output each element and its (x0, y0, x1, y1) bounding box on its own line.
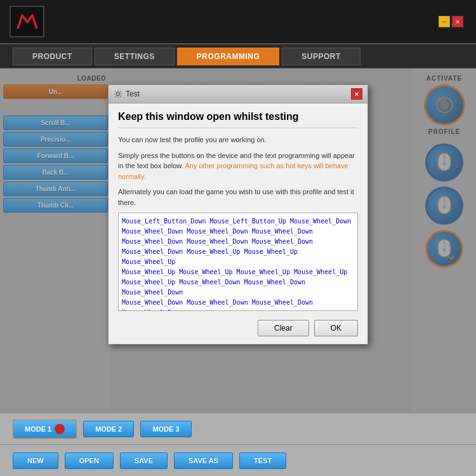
minimize-button[interactable]: − (439, 16, 450, 27)
top-bar: − × (0, 0, 476, 44)
save-button[interactable]: SAVE (120, 453, 168, 469)
open-button[interactable]: OPEN (65, 453, 114, 469)
dialog-title: Test (126, 89, 140, 98)
tab-product[interactable]: PRODUCT (13, 48, 92, 65)
mode-bar: MODE 1 MODE 2 MODE 3 (0, 413, 476, 444)
mode-1-button[interactable]: MODE 1 (13, 420, 77, 439)
test-dialog: Test × Keep this window open whilst test… (108, 84, 368, 345)
tab-support[interactable]: SUPPORT (282, 48, 360, 65)
mode-1-label: MODE 1 (25, 425, 51, 433)
dialog-buttons: Clear OK (118, 320, 358, 336)
mode-2-label: MODE 2 (95, 425, 122, 433)
save-as-button[interactable]: SAVE AS (174, 453, 233, 469)
ok-button[interactable]: OK (314, 320, 358, 336)
dialog-text-3: Alternately you can load the game you wi… (118, 187, 358, 208)
dialog-text-highlight: Any other programming such as hot keys w… (118, 162, 348, 180)
mode-3-button[interactable]: MODE 3 (140, 421, 191, 437)
nav-bar: PRODUCT SETTINGS PROGRAMMING SUPPORT (0, 44, 476, 69)
app-logo (10, 6, 44, 37)
close-button[interactable]: × (452, 16, 463, 27)
dialog-title-left: Test (114, 89, 140, 98)
dialog-main-title: Keep this window open whilst testing (118, 111, 358, 128)
dialog-titlebar: Test × (109, 85, 367, 103)
dialog-text-2: Simply press the buttons on the device a… (118, 150, 358, 182)
tab-settings[interactable]: SETTINGS (95, 48, 175, 65)
dialog-body: Keep this window open whilst testing You… (109, 103, 367, 344)
mode-2-button[interactable]: MODE 2 (83, 421, 134, 437)
action-bar: NEW OPEN SAVE SAVE AS TEST (0, 444, 476, 476)
clear-button[interactable]: Clear (258, 320, 309, 336)
test-output-textarea[interactable]: Mouse_Left_Button_Down Mouse_Left_Button… (118, 213, 358, 311)
new-button[interactable]: NEW (13, 453, 58, 469)
main-area: LOADED Un... Scroll B... Precisio... For… (0, 69, 476, 413)
test-button[interactable]: TEST (239, 453, 286, 469)
mode-3-label: MODE 3 (152, 425, 179, 433)
tab-programming[interactable]: PROGRAMMING (177, 48, 280, 65)
dialog-close-button[interactable]: × (351, 88, 362, 100)
dialog-text-1: You can now test the profile you are wor… (118, 135, 358, 145)
svg-point-14 (117, 93, 120, 96)
gear-icon (114, 89, 122, 98)
mode-1-indicator (55, 424, 65, 434)
